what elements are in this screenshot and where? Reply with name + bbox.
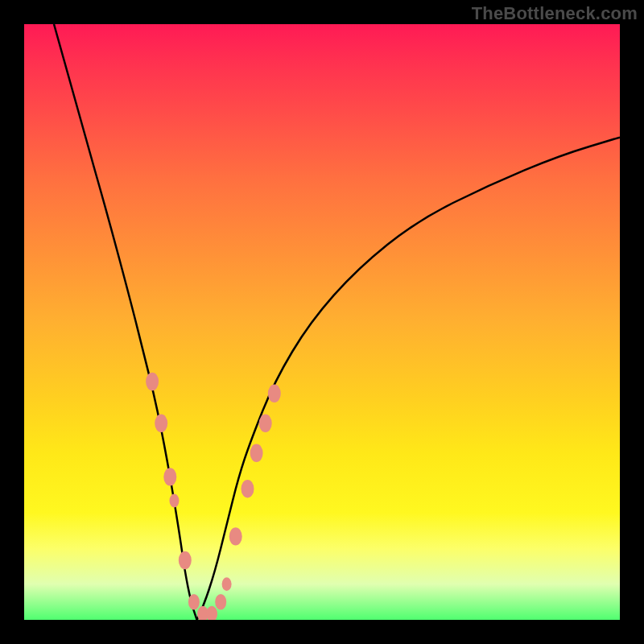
marker-point (169, 494, 179, 508)
marker-point (163, 468, 176, 485)
marker-point (155, 415, 167, 432)
watermark-text: TheBottleneck.com (472, 3, 638, 24)
curve-left (54, 24, 197, 620)
marker-point (146, 373, 159, 390)
marker-point (268, 385, 281, 402)
marker-point (222, 577, 232, 591)
curve-svg (24, 24, 620, 620)
marker-point (179, 551, 192, 569)
markers-group (146, 373, 281, 620)
chart-frame: TheBottleneck.com (0, 0, 644, 644)
marker-point (242, 480, 254, 497)
marker-point (188, 594, 200, 610)
marker-point (229, 527, 242, 545)
marker-point (250, 444, 263, 462)
marker-point (215, 594, 226, 610)
marker-point (206, 606, 217, 620)
curve-right (197, 138, 620, 620)
plot-area (24, 24, 620, 620)
marker-point (259, 415, 272, 432)
